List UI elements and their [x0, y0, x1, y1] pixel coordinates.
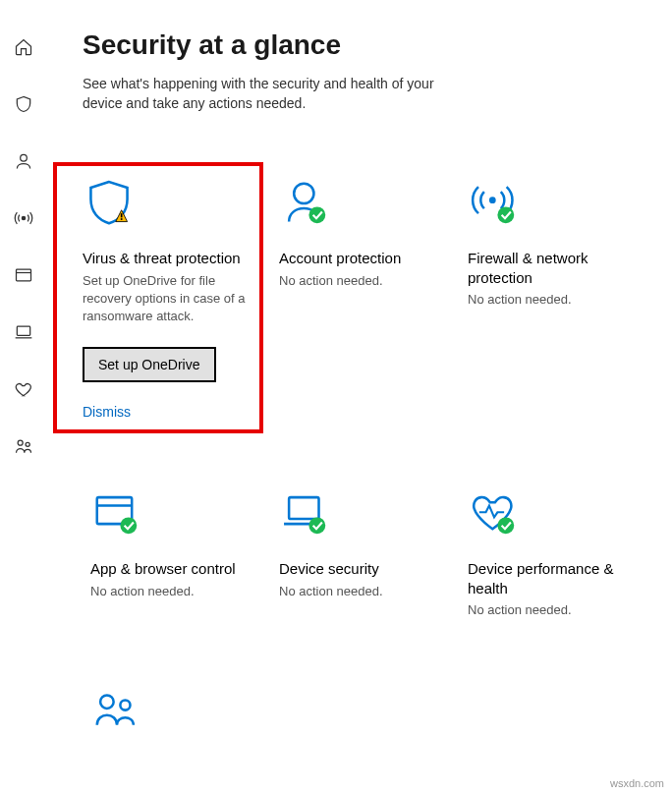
heart-pulse-check-icon — [468, 486, 633, 541]
svg-point-4 — [18, 440, 23, 445]
tile-title: Firewall & network protection — [468, 249, 633, 287]
laptop-check-icon — [279, 486, 444, 541]
home-icon — [14, 37, 33, 57]
svg-point-1 — [22, 216, 25, 219]
svg-point-18 — [100, 696, 114, 710]
page-subtitle: See what's happening with the security a… — [83, 75, 476, 113]
svg-point-5 — [26, 442, 29, 446]
tile-desc: Set up OneDrive for file recovery option… — [83, 272, 255, 326]
sidebar — [0, 0, 47, 795]
svg-point-14 — [120, 518, 137, 535]
svg-rect-7 — [121, 213, 123, 217]
tile-title: Virus & threat protection — [83, 249, 255, 268]
tile-firewall-network[interactable]: Firewall & network protection No action … — [460, 162, 641, 433]
family-icon — [90, 686, 255, 741]
dismiss-link[interactable]: Dismiss — [83, 404, 255, 420]
tile-desc: No action needed. — [90, 583, 255, 600]
window-icon — [14, 265, 33, 285]
sidebar-family-options[interactable] — [4, 426, 43, 466]
tiles-grid: Virus & threat protection Set up OneDriv… — [83, 162, 672, 772]
svg-point-12 — [497, 207, 514, 224]
watermark: wsxdn.com — [610, 777, 664, 789]
tile-desc: No action needed. — [279, 272, 444, 290]
tile-desc: No action needed. — [468, 291, 633, 309]
antenna-icon — [14, 208, 33, 228]
tile-device-security[interactable]: Device security No action needed. — [271, 473, 452, 633]
shield-icon — [14, 94, 33, 114]
svg-point-0 — [21, 154, 28, 161]
tile-desc: No action needed. — [279, 583, 444, 600]
window-check-icon — [90, 486, 255, 541]
sidebar-app-browser[interactable] — [4, 256, 43, 295]
svg-point-9 — [294, 184, 313, 203]
tile-title: Device performance & health — [468, 559, 633, 597]
sidebar-device-performance[interactable] — [4, 369, 43, 409]
tile-family-options[interactable] — [83, 672, 263, 772]
tile-device-performance[interactable]: Device performance & health No action ne… — [460, 473, 641, 633]
person-check-icon — [279, 176, 444, 231]
person-icon — [14, 151, 33, 171]
main-content: Security at a glance See what's happenin… — [47, 0, 672, 795]
family-icon — [14, 436, 33, 456]
svg-point-10 — [308, 207, 325, 224]
antenna-check-icon — [468, 176, 633, 231]
setup-onedrive-button[interactable]: Set up OneDrive — [83, 347, 216, 382]
laptop-icon — [14, 322, 33, 342]
tile-desc: No action needed. — [468, 601, 633, 619]
sidebar-firewall-network[interactable] — [4, 199, 43, 238]
page-title: Security at a glance — [83, 29, 672, 61]
svg-rect-15 — [289, 497, 318, 519]
heart-pulse-icon — [14, 379, 33, 399]
svg-rect-2 — [17, 269, 31, 281]
shield-warning-icon — [83, 176, 255, 231]
svg-point-19 — [120, 701, 130, 710]
sidebar-virus-threat[interactable] — [4, 85, 43, 124]
tile-virus-threat[interactable]: Virus & threat protection Set up OneDriv… — [53, 162, 263, 433]
sidebar-device-security[interactable] — [4, 312, 43, 352]
svg-point-17 — [497, 518, 514, 535]
svg-rect-3 — [17, 326, 29, 335]
svg-point-16 — [308, 518, 325, 535]
sidebar-home[interactable] — [4, 28, 43, 67]
svg-point-11 — [489, 197, 496, 203]
sidebar-account-protection[interactable] — [4, 142, 43, 181]
tile-app-browser[interactable]: App & browser control No action needed. — [83, 473, 263, 633]
tile-title: Device security — [279, 559, 444, 579]
tile-title: App & browser control — [90, 559, 255, 579]
svg-rect-8 — [121, 218, 123, 220]
tile-account-protection[interactable]: Account protection No action needed. — [271, 162, 452, 433]
tile-title: Account protection — [279, 249, 444, 268]
